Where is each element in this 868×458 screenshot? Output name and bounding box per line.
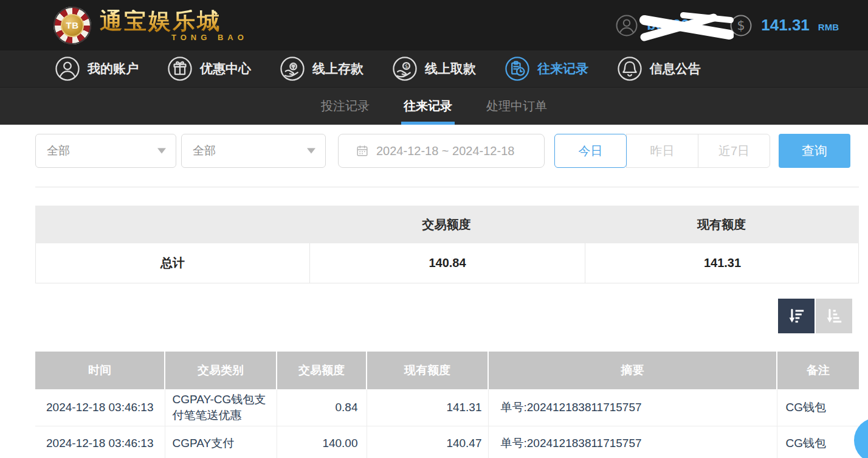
summary-header-row: 交易额度 现有额度 <box>35 206 859 243</box>
withdraw-hand-coin-icon: $ <box>392 56 418 82</box>
cell-amount: 0.84 <box>277 389 367 426</box>
summary-table: 交易额度 现有额度 总计 140.84 141.31 <box>35 206 859 283</box>
brand-subtitle: TONG BAO <box>100 33 248 41</box>
summary-transaction-total: 140.84 <box>309 243 585 283</box>
summary-header-empty <box>35 206 309 243</box>
today-button[interactable]: 今日 <box>554 134 627 168</box>
cell-type: CGPAY支付 <box>165 426 277 458</box>
last-7-days-button[interactable]: 近7日 <box>698 134 770 168</box>
balance-info: $ 141.31 RMB <box>729 14 839 37</box>
select-value: 全部 <box>193 143 216 159</box>
user-avatar-icon <box>615 14 638 37</box>
page: TB 通宝娱乐城 TONG BAO bc7325 <box>0 0 868 458</box>
col-header-summary: 摘要 <box>488 352 777 389</box>
user-icon <box>55 56 80 82</box>
col-header-balance: 现有额度 <box>367 352 488 389</box>
header-account-area: bc7325 $ 141.31 RMB <box>615 14 839 37</box>
bell-icon <box>617 56 642 82</box>
nav-label: 往来记录 <box>537 60 588 77</box>
nav-item-announcements[interactable]: 信息公告 <box>617 56 701 82</box>
brand-text: 通宝娱乐城 TONG BAO <box>100 10 248 41</box>
cell-note: CG钱包 <box>777 426 859 458</box>
top-header: TB 通宝娱乐城 TONG BAO bc7325 <box>0 0 868 50</box>
col-header-note: 备注 <box>777 352 859 389</box>
chevron-down-icon <box>307 148 315 154</box>
poker-chip-icon: TB <box>53 7 91 44</box>
nav-label: 优惠中心 <box>200 60 251 77</box>
calendar-icon <box>356 144 369 158</box>
balance-amount: 141.31 <box>761 16 810 35</box>
cell-type: CGPAY-CG钱包支付笔笔送优惠 <box>165 389 277 426</box>
transaction-type-select[interactable]: 全部 <box>35 134 176 168</box>
cell-balance: 141.31 <box>367 389 488 426</box>
cell-summary: 单号:202412183811715757 <box>488 426 777 458</box>
date-range-input[interactable]: 2024-12-18 ~ 2024-12-18 <box>338 134 545 168</box>
deposit-hand-coin-icon <box>280 56 305 82</box>
col-header-type: 交易类别 <box>165 352 277 389</box>
dollar-circle-icon: $ <box>729 14 753 37</box>
summary-header-transaction-amount: 交易额度 <box>309 206 584 243</box>
transaction-category-select[interactable]: 全部 <box>181 134 326 168</box>
cell-amount: 140.00 <box>277 426 367 458</box>
date-range-value: 2024-12-18 ~ 2024-12-18 <box>376 144 514 158</box>
tab-transaction-records[interactable]: 往来记录 <box>401 88 455 125</box>
section-divider <box>35 187 859 187</box>
sort-controls <box>35 299 859 333</box>
col-header-time: 时间 <box>35 352 165 389</box>
nav-label: 信息公告 <box>650 60 701 77</box>
cell-time: 2024-12-18 03:46:13 <box>35 426 165 458</box>
tab-pending-orders[interactable]: 处理中订单 <box>484 88 549 125</box>
tab-betting-records[interactable]: 投注记录 <box>319 88 372 125</box>
brand-logo[interactable]: TB 通宝娱乐城 TONG BAO <box>53 7 248 44</box>
balance-currency: RMB <box>818 22 839 32</box>
transaction-records-icon <box>505 56 530 82</box>
nav-label: 我的账户 <box>88 60 139 77</box>
summary-header-current-balance: 现有额度 <box>584 206 859 243</box>
summary-total-label: 总计 <box>36 243 309 283</box>
nav-item-deposit[interactable]: 线上存款 <box>280 56 363 82</box>
records-tabbar: 投注记录 往来记录 处理中订单 <box>0 88 868 125</box>
transaction-records-table: 时间 交易类别 交易额度 现有额度 摘要 备注 2024-12-18 03:46… <box>35 352 859 458</box>
yesterday-button[interactable]: 昨日 <box>626 134 698 168</box>
records-header-row: 时间 交易类别 交易额度 现有额度 摘要 备注 <box>35 352 859 389</box>
nav-item-promotions[interactable]: 优惠中心 <box>167 56 251 82</box>
cell-summary: 单号:202412183811715757 <box>488 389 777 426</box>
nav-label: 线上存款 <box>312 60 363 77</box>
filter-toolbar: 全部 全部 2024-12-18 ~ 20 <box>35 134 859 168</box>
gift-icon <box>167 56 193 82</box>
summary-balance-total: 141.31 <box>585 243 859 283</box>
main-content: 全部 全部 2024-12-18 ~ 20 <box>35 134 859 458</box>
table-row: 2024-12-18 03:46:13 CGPAY支付 140.00 140.4… <box>35 426 859 458</box>
svg-text:$: $ <box>737 18 745 33</box>
sort-ascending-button[interactable] <box>816 299 852 333</box>
col-header-amount: 交易额度 <box>277 352 367 389</box>
svg-text:$: $ <box>404 63 408 69</box>
select-value: 全部 <box>47 143 70 159</box>
cell-note: CG钱包 <box>777 389 859 426</box>
sort-descending-button[interactable] <box>778 299 815 333</box>
search-button[interactable]: 查询 <box>779 134 850 168</box>
nav-item-withdraw[interactable]: $ 线上取款 <box>392 56 476 82</box>
brand-name: 通宝娱乐城 <box>100 10 248 32</box>
nav-item-transaction-records[interactable]: 往来记录 <box>505 56 588 82</box>
cell-time: 2024-12-18 03:46:13 <box>35 389 165 426</box>
cell-balance: 140.47 <box>367 426 488 458</box>
summary-total-row: 总计 140.84 141.31 <box>35 243 859 283</box>
table-row: 2024-12-18 03:46:13 CGPAY-CG钱包支付笔笔送优惠 0.… <box>35 389 859 426</box>
chevron-down-icon <box>157 148 166 154</box>
sort-descending-icon <box>786 306 807 327</box>
nav-label: 线上取款 <box>425 60 476 77</box>
quick-date-buttons: 今日 昨日 近7日 <box>554 134 770 168</box>
user-info: bc7325 <box>615 14 698 37</box>
nav-item-my-account[interactable]: 我的账户 <box>55 56 139 82</box>
sort-ascending-icon <box>824 306 844 327</box>
username-text: bc7325 <box>647 17 698 33</box>
chip-monogram: TB <box>61 14 84 37</box>
main-navigation: 我的账户 优惠中心 线上存款 <box>0 50 868 88</box>
